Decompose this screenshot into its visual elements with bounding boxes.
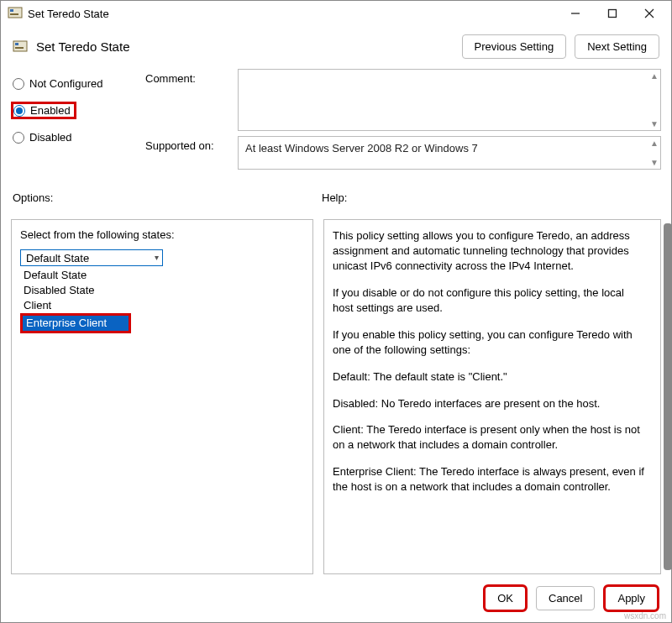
supported-field-row: Supported on: At least Windows Server 20… — [145, 136, 661, 170]
ok-button[interactable]: OK — [485, 586, 526, 610]
dialog-header: Set Teredo State Previous Setting Next S… — [1, 26, 671, 62]
svg-rect-1 — [10, 9, 13, 12]
radio-label: Disabled — [29, 131, 72, 144]
svg-rect-2 — [10, 13, 18, 15]
svg-rect-8 — [15, 43, 18, 45]
help-paragraph: Enterprise Client: The Teredo interface … — [333, 464, 645, 495]
previous-setting-button[interactable]: Previous Setting — [462, 34, 567, 59]
scroll-up-icon[interactable]: ▲ — [650, 71, 659, 81]
svg-rect-7 — [13, 41, 27, 51]
nav-buttons: Previous Setting Next Setting — [462, 34, 660, 59]
scroll-down-icon[interactable]: ▼ — [650, 119, 659, 128]
radio-enabled[interactable]: Enabled — [11, 102, 76, 119]
dialog-footer: OK Cancel Apply — [1, 574, 671, 622]
radio-label: Enabled — [30, 104, 71, 117]
combobox-value: Default State — [26, 252, 89, 264]
dialog-content: Not Configured Enabled Disabled Comment:… — [1, 62, 671, 574]
comment-label: Comment: — [145, 69, 238, 131]
minimize-button[interactable] — [567, 5, 584, 22]
comment-field-row: Comment: ▲ ▼ — [145, 69, 661, 131]
help-paragraph: Disabled: No Teredo interfaces are prese… — [333, 396, 645, 411]
window-controls — [567, 5, 664, 22]
help-paragraph: Default: The default state is "Client." — [333, 369, 645, 385]
options-panel: Select from the following states: Defaul… — [11, 219, 313, 574]
policy-title: Set Teredo State — [36, 39, 129, 54]
radio-indicator — [13, 132, 24, 144]
next-setting-button[interactable]: Next Setting — [575, 34, 659, 59]
help-paragraph: If you disable or do not configure this … — [333, 285, 645, 316]
combo-item-disabled-state[interactable]: Disabled State — [20, 283, 180, 298]
combo-item-default-state[interactable]: Default State — [20, 268, 180, 283]
fields-column: Comment: ▲ ▼ Supported on: At least Wind… — [145, 62, 661, 175]
combo-item-enterprise-client[interactable]: Enterprise Client — [20, 313, 131, 333]
help-heading: Help: — [322, 191, 347, 204]
comment-textarea[interactable]: ▲ ▼ — [238, 69, 661, 131]
cancel-button[interactable]: Cancel — [536, 586, 595, 610]
svg-rect-4 — [609, 10, 617, 18]
section-labels-row: Options: Help: — [11, 191, 661, 204]
supported-on-text: At least Windows Server 2008 R2 or Windo… — [245, 142, 478, 154]
policy-icon — [13, 39, 28, 55]
help-paragraph: Client: The Teredo interface is present … — [333, 422, 645, 453]
watermark: wsxdn.com — [624, 611, 666, 620]
help-text: This policy setting allows you to config… — [333, 228, 645, 495]
help-panel: This policy setting allows you to config… — [323, 219, 661, 574]
help-paragraph: If you enable this policy setting, you c… — [333, 327, 645, 358]
radio-disabled[interactable]: Disabled — [11, 129, 145, 145]
maximize-button[interactable] — [604, 5, 621, 22]
state-and-fields-row: Not Configured Enabled Disabled Comment:… — [11, 62, 661, 175]
window-title: Set Teredo State — [28, 8, 109, 20]
state-radio-group: Not Configured Enabled Disabled — [11, 62, 145, 175]
titlebar: Set Teredo State — [1, 1, 671, 26]
panels-row: Select from the following states: Defaul… — [11, 219, 661, 574]
svg-rect-0 — [8, 8, 22, 18]
options-heading: Options: — [11, 191, 322, 204]
app-icon — [8, 6, 23, 21]
help-paragraph: This policy setting allows you to config… — [333, 228, 645, 274]
scroll-up-icon[interactable]: ▲ — [650, 139, 659, 148]
radio-not-configured[interactable]: Not Configured — [11, 76, 145, 92]
states-combobox[interactable]: Default State ▾ — [20, 249, 163, 266]
radio-indicator — [13, 78, 24, 90]
scroll-down-icon[interactable]: ▼ — [650, 158, 659, 167]
select-states-label: Select from the following states: — [20, 228, 304, 241]
radio-indicator — [13, 105, 25, 117]
gpedit-dialog-window: Set Teredo State Set Teredo State Previo… — [0, 0, 672, 623]
states-dropdown-list: Default State Disabled State Client Ente… — [20, 268, 180, 333]
chevron-down-icon: ▾ — [155, 253, 159, 262]
apply-button[interactable]: Apply — [605, 586, 658, 610]
radio-label: Not Configured — [29, 77, 102, 90]
combo-item-client[interactable]: Client — [20, 298, 180, 313]
svg-rect-9 — [15, 47, 24, 49]
supported-label: Supported on: — [145, 136, 238, 170]
supported-on-box: At least Windows Server 2008 R2 or Windo… — [238, 136, 661, 170]
close-button[interactable] — [641, 5, 658, 22]
scrollbar[interactable] — [664, 223, 672, 570]
